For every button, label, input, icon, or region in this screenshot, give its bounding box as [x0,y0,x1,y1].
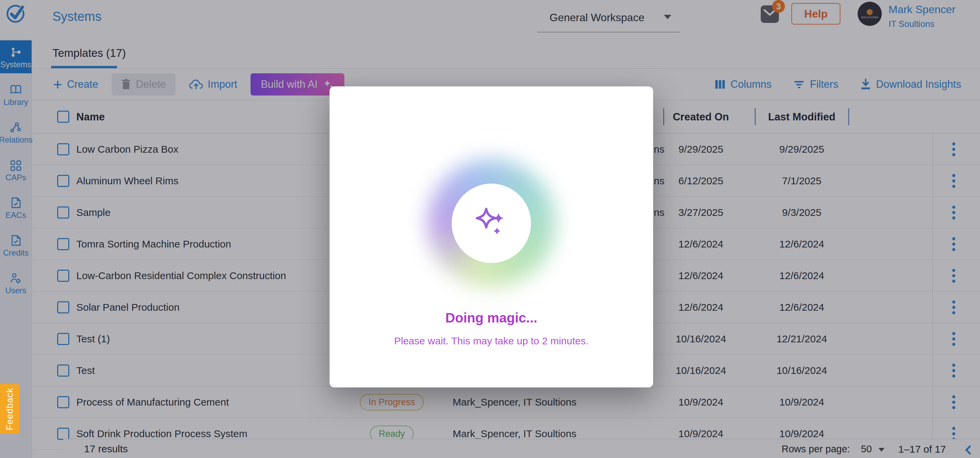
modal-title: Doing magic... [329,310,653,326]
doing-magic-modal: Doing magic... Please wait. This may tak… [329,86,653,387]
magic-circle [452,184,531,263]
modal-subtitle: Please wait. This may take up to 2 minut… [329,335,653,347]
feedback-label: Feedback [5,388,15,431]
feedback-button[interactable]: Feedback [0,384,19,434]
app-root: Systems General Workspace 3 Help SOLUTIO… [0,0,980,458]
sparkles-icon [473,205,510,242]
